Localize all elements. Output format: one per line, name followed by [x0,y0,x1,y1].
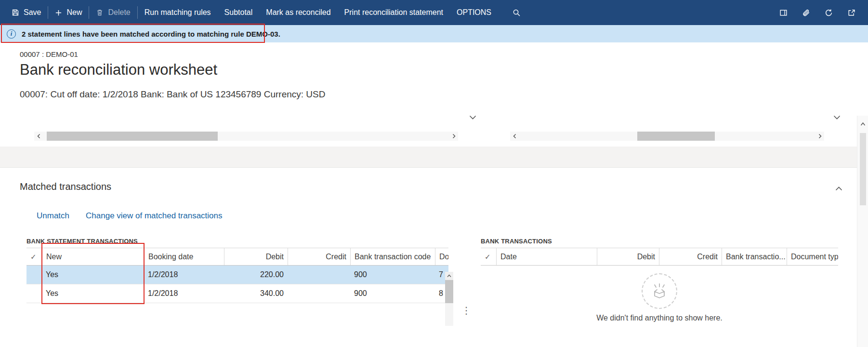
message-bar: i 2 statement lines have been matched ac… [0,25,868,42]
scrollbar-thumb[interactable] [637,132,714,141]
options-menu-button[interactable]: OPTIONS [450,0,498,25]
grid-vertical-scrollbar[interactable] [445,272,453,326]
scrollbar-thumb[interactable] [47,132,217,141]
scrollbar-track[interactable] [445,303,453,326]
delete-label: Delete [108,8,130,17]
new-label: New [66,8,82,17]
collapsed-panel-right [509,111,842,141]
command-bar: Save New Delete Run matching rules [0,0,868,25]
scrollbar-thumb[interactable] [445,280,453,303]
paperclip-icon[interactable] [802,9,810,17]
chevron-up-icon[interactable] [835,184,842,193]
new-button[interactable]: New [48,0,89,25]
info-icon: i [7,29,16,39]
column-header-debit[interactable]: Debit [597,248,659,265]
empty-box-icon [642,273,677,309]
vertical-scrollbar[interactable] [857,116,868,347]
cell-booking-date[interactable]: 1/2/2018 [144,266,224,284]
scrollbar-track[interactable] [43,132,449,141]
print-reconciliation-statement-button[interactable]: Print reconciliation statement [338,0,450,25]
grid-caption: BANK TRANSACTIONS [481,238,838,245]
mark-as-reconciled-button[interactable]: Mark as reconciled [259,0,337,25]
bank-transactions-grid: BANK TRANSACTIONS ✓ Date Debit Credit Ba… [481,238,838,322]
horizontal-scrollbar[interactable] [34,132,458,141]
scrollbar-track[interactable] [519,132,815,141]
save-button[interactable]: Save [5,0,48,25]
subtotal-label: Subtotal [224,8,253,17]
delete-button[interactable]: Delete [89,0,137,25]
scroll-up-icon[interactable] [445,272,453,280]
column-header-bank-transaction[interactable]: Bank transactio... [722,248,787,265]
empty-state-text: We didn't find anything to show here. [596,314,723,322]
message-text: 2 statement lines have been matched acco… [22,30,280,38]
page-header: 00007 : DEMO-01 Bank reconciliation work… [0,42,857,100]
section-title: Matched transactions [20,181,111,192]
row-selector-cell[interactable] [26,266,42,284]
table-header-row: ✓ Date Debit Credit Bank transactio... D… [481,248,838,266]
cell-booking-date[interactable]: 1/2/2018 [144,284,224,303]
page-subtitle: 00007: Cut off date: 1/2/2018 Bank: Bank… [20,89,857,100]
scroll-left-icon[interactable] [34,132,43,141]
scroll-right-icon[interactable] [449,132,458,141]
record-id: 00007 : DEMO-01 [20,50,857,58]
collapsed-panel-left [20,111,477,141]
column-header-new[interactable]: New [42,248,144,265]
cell-debit[interactable]: 220.00 [224,266,288,284]
chevron-down-icon[interactable] [469,113,476,121]
side-panel-icon[interactable] [779,9,788,17]
scroll-up-icon[interactable] [860,116,866,128]
cell-new[interactable]: Yes [42,284,144,303]
select-all-check-icon[interactable]: ✓ [26,248,42,265]
section-gap [0,147,857,167]
save-icon [12,9,19,16]
table-row[interactable]: Yes 1/2/2018 220.00 900 7 [26,266,448,284]
table-row[interactable]: Yes 1/2/2018 340.00 900 8 [26,284,448,303]
cell-debit[interactable]: 340.00 [224,284,288,303]
column-header-credit[interactable]: Credit [288,248,350,265]
popout-icon[interactable] [847,9,855,17]
scroll-left-icon[interactable] [510,132,519,141]
cell-credit[interactable] [288,284,350,303]
search-icon [513,9,521,17]
section-actions: Unmatch Change view of matched transacti… [37,211,223,221]
options-label: OPTIONS [457,8,491,17]
scrollbar-thumb[interactable] [860,133,866,205]
print-reconciliation-statement-label: Print reconciliation statement [344,8,443,17]
cell-bank-transaction-code[interactable]: 900 [350,266,435,284]
column-header-bank-transaction-code[interactable]: Bank transaction code [350,248,435,265]
change-view-link[interactable]: Change view of matched transactions [86,211,223,221]
matched-transactions-section: Matched transactions Unmatch Change view… [0,167,857,347]
horizontal-scrollbar[interactable] [510,132,824,141]
table: ✓ New Booking date Debit Credit Bank tra… [26,248,448,303]
grid-caption: BANK STATEMENT TRANSACTIONS [26,238,448,245]
bank-reconciliation-app: Save New Delete Run matching rules [0,0,868,347]
table-header-row: ✓ New Booking date Debit Credit Bank tra… [26,248,448,266]
subtotal-button[interactable]: Subtotal [218,0,260,25]
more-options-icon[interactable]: ⋮ [461,305,471,316]
row-selector-cell[interactable] [26,284,42,303]
column-header-document-type[interactable]: Document type [787,248,838,265]
trash-icon [96,9,104,16]
cell-bank-transaction-code[interactable]: 900 [350,284,435,303]
empty-state: We didn't find anything to show here. [481,273,838,322]
run-matching-rules-button[interactable]: Run matching rules [138,0,218,25]
column-header-booking-date[interactable]: Booking date [144,248,224,265]
select-all-check-icon[interactable]: ✓ [481,248,496,265]
column-header-debit[interactable]: Debit [224,248,288,265]
column-header-date[interactable]: Date [496,248,597,265]
bank-statement-transactions-grid: BANK STATEMENT TRANSACTIONS ✓ New Bookin… [26,238,448,303]
run-matching-rules-label: Run matching rules [145,8,211,17]
column-header-document[interactable]: Docu [435,248,448,265]
unmatch-link[interactable]: Unmatch [37,211,69,221]
cell-credit[interactable] [288,266,350,284]
chevron-down-icon[interactable] [833,113,841,121]
command-bar-right-icons [779,9,868,17]
page-title: Bank reconciliation worksheet [20,61,857,79]
cell-new[interactable]: Yes [42,266,144,284]
refresh-icon[interactable] [825,9,833,17]
search-button[interactable] [506,0,527,25]
column-header-credit[interactable]: Credit [659,248,722,265]
scroll-right-icon[interactable] [815,132,824,141]
mark-as-reconciled-label: Mark as reconciled [266,8,330,17]
table: ✓ Date Debit Credit Bank transactio... D… [481,248,838,266]
